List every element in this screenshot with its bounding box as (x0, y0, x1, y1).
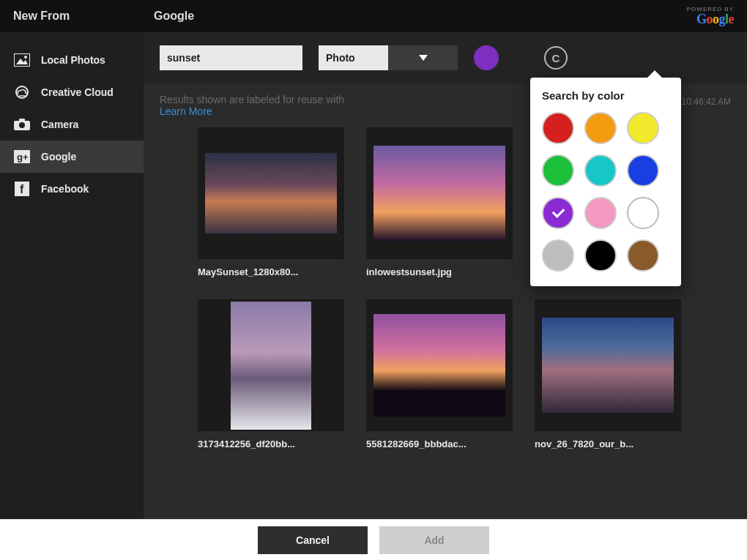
result-filename: 3173412256_df20bb... (198, 431, 344, 449)
color-filter-swatch[interactable] (474, 45, 499, 70)
result-card[interactable]: 5581282669_bbbdac... (366, 299, 513, 449)
svg-point-2 (24, 56, 27, 59)
google-plus-icon: g+ (13, 149, 31, 164)
sidebar-item-label: Creative Cloud (41, 86, 114, 98)
color-option-white[interactable] (627, 197, 659, 229)
color-option-yellow[interactable] (627, 112, 659, 144)
result-thumb (198, 299, 344, 431)
license-filter-icon[interactable]: C (544, 46, 568, 70)
sidebar-item-local-photos[interactable]: Local Photos (0, 44, 144, 76)
color-swatch-list (542, 112, 669, 272)
type-dropdown[interactable]: Photo (319, 45, 458, 70)
svg-text:f: f (20, 183, 24, 195)
result-filename: 5581282669_bbbdac... (366, 431, 513, 449)
color-popover: Search by color (530, 78, 681, 286)
result-filename: nov_26_7820_our_b... (535, 431, 681, 449)
result-thumb (366, 299, 513, 431)
sidebar-item-label: Camera (41, 119, 78, 130)
result-thumb (535, 299, 681, 431)
result-card[interactable]: 3173412256_df20bb... (198, 299, 344, 449)
svg-rect-5 (19, 119, 25, 122)
title-left: New From (0, 10, 144, 23)
svg-marker-11 (419, 55, 428, 61)
result-thumb (366, 127, 513, 259)
color-option-pink[interactable] (584, 197, 617, 229)
sidebar-item-camera[interactable]: Camera (0, 108, 144, 141)
color-option-black[interactable] (584, 239, 617, 272)
color-popover-title: Search by color (542, 89, 669, 102)
facebook-icon: f (13, 182, 31, 196)
image-icon (13, 53, 31, 67)
cancel-button[interactable]: Cancel (258, 526, 368, 554)
powered-by-google: POWERED BY Google (687, 7, 747, 26)
color-option-red[interactable] (542, 112, 574, 144)
chevron-down-icon (388, 45, 458, 70)
add-button[interactable]: Add (379, 526, 489, 554)
result-filename: inlowestsunset.jpg (366, 259, 513, 277)
title-section: Google (144, 10, 687, 23)
sidebar-item-label: Facebook (41, 183, 89, 195)
result-card[interactable]: inlowestsunset.jpg (366, 127, 513, 277)
svg-text:g+: g+ (17, 152, 29, 163)
camera-icon (13, 117, 31, 132)
color-option-blue[interactable] (627, 154, 659, 187)
result-filename: MaySunset_1280x80... (198, 259, 344, 277)
sidebar-item-facebook[interactable]: f Facebook (0, 173, 144, 205)
svg-marker-1 (16, 59, 28, 64)
footer-bar: Cancel Add (0, 519, 747, 560)
google-logo: Google (696, 12, 734, 26)
titlebar: New From Google POWERED BY Google (0, 0, 747, 32)
type-dropdown-label: Photo (319, 52, 388, 64)
search-input[interactable] (160, 45, 302, 70)
cloud-icon (13, 85, 31, 100)
color-option-purple[interactable] (542, 197, 574, 229)
color-option-teal[interactable] (584, 154, 617, 187)
learn-more-link[interactable]: Learn More (160, 105, 212, 117)
color-option-brown[interactable] (627, 239, 659, 272)
color-option-orange[interactable] (584, 112, 617, 144)
color-option-green[interactable] (542, 154, 574, 187)
sidebar-item-creative-cloud[interactable]: Creative Cloud (0, 76, 144, 108)
sidebar-item-label: Google (41, 151, 76, 163)
source-sidebar: Local Photos Creative Cloud Camera g+ Go… (0, 32, 144, 519)
result-thumb (198, 127, 344, 259)
sidebar-item-google[interactable]: g+ Google (0, 141, 144, 173)
color-option-gray[interactable] (542, 239, 574, 272)
result-card[interactable]: nov_26_7820_our_b... (535, 299, 681, 449)
svg-rect-0 (14, 53, 30, 67)
main-panel: Photo C Results shown are labeled for re… (144, 32, 747, 519)
result-card[interactable]: MaySunset_1280x80... (198, 127, 344, 277)
sidebar-item-label: Local Photos (41, 54, 105, 66)
meta-text: Results shown are labeled for reuse with (160, 94, 344, 105)
svg-point-6 (19, 122, 25, 128)
